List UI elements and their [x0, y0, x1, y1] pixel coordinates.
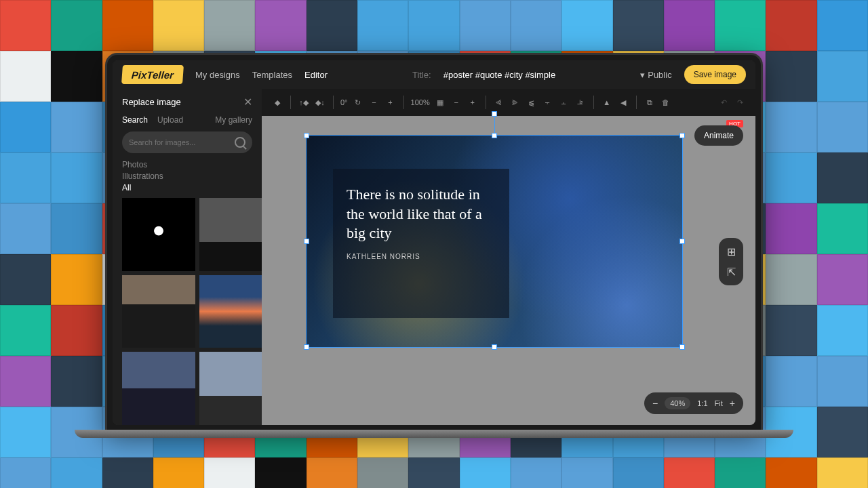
rotation-value[interactable]: 0°: [340, 98, 348, 106]
minus-icon[interactable]: −: [368, 96, 380, 108]
redo-icon[interactable]: ↷: [734, 96, 746, 108]
zoom-controls: − 40% 1:1 Fit +: [644, 392, 743, 414]
align-middle-icon[interactable]: ⫠: [558, 96, 570, 108]
cat-photos[interactable]: Photos: [122, 160, 252, 169]
tab-search[interactable]: Search: [122, 115, 148, 125]
zoom-fit[interactable]: Fit: [715, 399, 723, 407]
zoom-in-button[interactable]: +: [730, 398, 735, 409]
animate-button[interactable]: Animate: [694, 125, 743, 146]
close-icon[interactable]: ✕: [243, 96, 252, 108]
cat-all[interactable]: All: [122, 183, 252, 192]
duplicate-icon[interactable]: ⧉: [644, 96, 656, 108]
search-input[interactable]: [129, 138, 229, 146]
plus-icon[interactable]: +: [384, 96, 397, 108]
zoom-out-button[interactable]: −: [652, 398, 658, 409]
align-top-icon[interactable]: ⫟: [542, 96, 554, 108]
logo: PixTeller: [121, 65, 184, 84]
cat-illustrations[interactable]: Illustrations: [122, 171, 252, 181]
add-element-icon[interactable]: ⊞: [724, 245, 738, 258]
search-field[interactable]: [122, 131, 252, 153]
image-thumbnail[interactable]: [199, 352, 262, 425]
image-thumbnail[interactable]: [122, 352, 195, 425]
rotate-icon[interactable]: ↻: [352, 96, 364, 108]
tab-upload[interactable]: Upload: [157, 115, 183, 125]
design-canvas[interactable]: There is no solitude in the world like t…: [306, 135, 683, 348]
opacity-plus-icon[interactable]: +: [467, 96, 479, 108]
zoom-value[interactable]: 40%: [665, 397, 690, 409]
side-tools: ⊞ ⇱: [719, 238, 743, 285]
opacity-minus-icon[interactable]: −: [450, 96, 462, 108]
tab-gallery[interactable]: My gallery: [215, 115, 252, 125]
shape-icon[interactable]: ◆: [271, 96, 283, 108]
align-center-icon[interactable]: ⫸: [509, 96, 521, 108]
flip-v-icon[interactable]: ◀: [617, 96, 629, 108]
image-thumbnail[interactable]: [122, 198, 195, 271]
quote-overlay[interactable]: There is no solitude in the world like t…: [333, 169, 509, 318]
search-icon[interactable]: [235, 137, 245, 148]
quote-author[interactable]: KATHLEEN NORRIS: [347, 253, 496, 260]
flip-h-icon[interactable]: ▲: [601, 96, 613, 108]
visibility-toggle[interactable]: ▾ Public: [640, 70, 671, 80]
title-text[interactable]: #poster #quote #city #simple: [443, 70, 555, 80]
image-thumbnail[interactable]: [199, 275, 262, 348]
panel-title: Replace image: [122, 97, 181, 107]
nav-my-designs[interactable]: My designs: [195, 70, 240, 80]
layer-down-icon[interactable]: ◆↓: [314, 96, 326, 108]
image-thumbnail[interactable]: [122, 275, 195, 348]
title-label: Title:: [412, 70, 431, 80]
layer-up-icon[interactable]: ↑◆: [298, 96, 310, 108]
save-button[interactable]: Save image: [684, 65, 746, 84]
align-bottom-icon[interactable]: ⫡: [574, 96, 587, 108]
chevron-down-icon: ▾: [640, 70, 645, 80]
opacity-value[interactable]: 100%: [411, 98, 430, 106]
transparency-icon[interactable]: ▦: [434, 96, 446, 108]
undo-icon[interactable]: ↶: [717, 96, 730, 108]
image-thumbnail[interactable]: [199, 198, 262, 271]
export-icon[interactable]: ⇱: [724, 265, 738, 279]
align-left-icon[interactable]: ⫷: [493, 96, 505, 108]
quote-text[interactable]: There is no solitude in the world like t…: [347, 185, 496, 243]
nav-editor[interactable]: Editor: [304, 70, 328, 80]
zoom-1to1[interactable]: 1:1: [697, 399, 707, 407]
align-right-icon[interactable]: ⫹: [526, 96, 538, 108]
delete-icon[interactable]: 🗑: [660, 96, 672, 108]
edit-toolbar: ◆ ↑◆ ◆↓ 0° ↻ − + 100% ▦ − + ⫷ ⫸ ⫹ ⫟ ⫠: [262, 89, 755, 116]
top-nav: PixTeller My designs Templates Editor Ti…: [113, 60, 755, 89]
nav-templates[interactable]: Templates: [252, 70, 292, 80]
sidebar: Replace image ✕ Search Upload My gallery…: [113, 89, 262, 425]
canvas-area: ◆ ↑◆ ◆↓ 0° ↻ − + 100% ▦ − + ⫷ ⫸ ⫹ ⫟ ⫠: [262, 89, 755, 425]
